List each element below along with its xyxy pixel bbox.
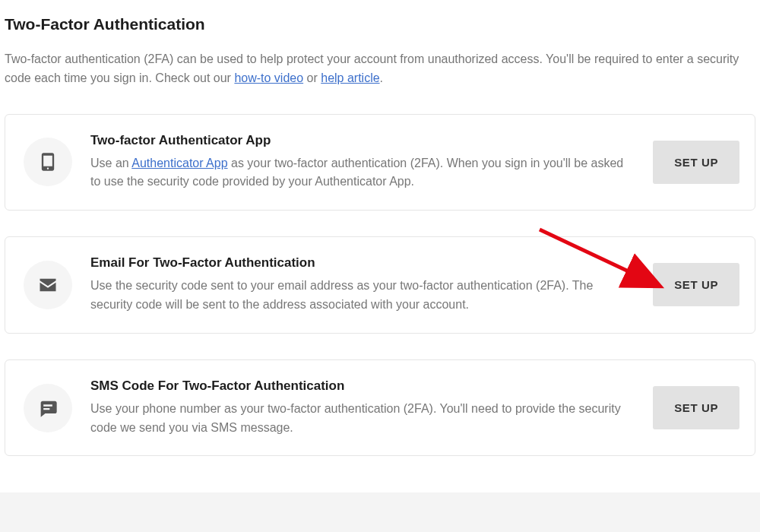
- setup-email-button[interactable]: SET UP: [653, 263, 739, 306]
- auth-app-card: Two-factor Authenticator App Use an Auth…: [5, 114, 755, 211]
- email-2fa-card: Email For Two-Factor Authentication Use …: [5, 236, 755, 334]
- tablet-icon: [24, 138, 72, 186]
- auth-app-title: Two-factor Authenticator App: [90, 133, 635, 148]
- intro-suffix: .: [380, 71, 383, 84]
- footer-band: [0, 492, 760, 532]
- sms-2fa-desc: Use your phone number as your two-factor…: [90, 400, 635, 438]
- setup-auth-app-button[interactable]: SET UP: [653, 141, 739, 184]
- email-2fa-title: Email For Two-Factor Authentication: [90, 255, 635, 271]
- chat-icon: [24, 384, 72, 432]
- envelope-icon: [24, 261, 72, 309]
- authenticator-app-link[interactable]: Authenticator App: [131, 157, 227, 169]
- sms-2fa-card: SMS Code For Two-Factor Authentication U…: [5, 359, 755, 457]
- intro-mid: or: [303, 71, 321, 84]
- auth-app-desc-prefix: Use an: [90, 157, 131, 169]
- sms-2fa-title: SMS Code For Two-Factor Authentication: [90, 378, 635, 394]
- setup-sms-button[interactable]: SET UP: [653, 386, 739, 429]
- howto-video-link[interactable]: how-to video: [234, 71, 303, 84]
- email-2fa-desc: Use the security code sent to your email…: [90, 277, 635, 315]
- help-article-link[interactable]: help article: [321, 71, 379, 84]
- page-title: Two-Factor Authentication: [5, 15, 755, 33]
- intro-text: Two-factor authentication (2FA) can be u…: [5, 50, 755, 88]
- auth-app-desc: Use an Authenticator App as your two-fac…: [90, 154, 635, 192]
